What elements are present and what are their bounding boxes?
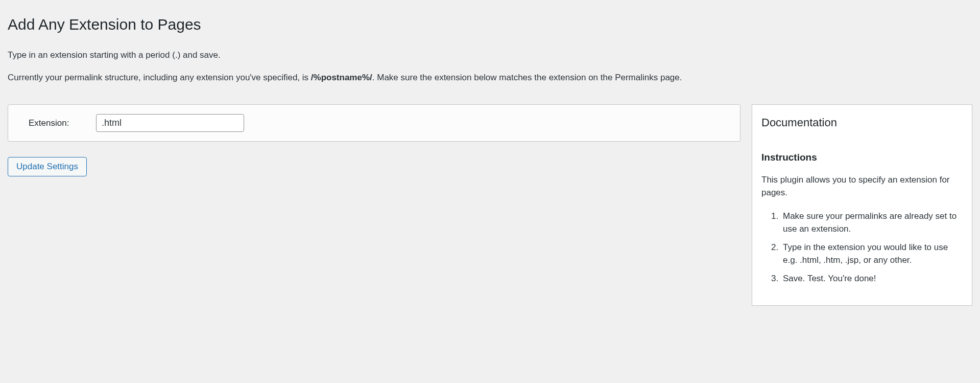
extension-form-box: Extension: bbox=[8, 104, 740, 142]
intro-block: Type in an extension starting with a per… bbox=[8, 49, 972, 84]
instruction-step: Type in the extension you would like to … bbox=[781, 241, 963, 267]
extension-label: Extension: bbox=[19, 117, 76, 130]
intro-line-1: Type in an extension starting with a per… bbox=[8, 49, 972, 62]
permalink-structure: /%postname%/ bbox=[311, 73, 372, 82]
intro-line-2: Currently your permalink structure, incl… bbox=[8, 71, 972, 84]
documentation-heading: Documentation bbox=[761, 114, 963, 131]
extension-row: Extension: bbox=[19, 114, 729, 132]
update-settings-button[interactable]: Update Settings bbox=[8, 157, 87, 176]
instruction-step: Make sure your permalinks are already se… bbox=[781, 210, 963, 236]
intro-line-2b: . Make sure the extension below matches … bbox=[372, 73, 682, 82]
instructions-heading: Instructions bbox=[761, 150, 963, 165]
main-column: Extension: Update Settings bbox=[8, 104, 740, 176]
instructions-desc: This plugin allows you to specify an ext… bbox=[761, 173, 963, 199]
intro-line-2a: Currently your permalink structure, incl… bbox=[8, 73, 311, 82]
sidebar-column: Documentation Instructions This plugin a… bbox=[752, 104, 972, 306]
page-title: Add Any Extension to Pages bbox=[8, 13, 972, 36]
extension-input[interactable] bbox=[96, 114, 244, 132]
documentation-box: Documentation Instructions This plugin a… bbox=[752, 104, 972, 306]
instructions-list: Make sure your permalinks are already se… bbox=[761, 210, 963, 285]
instruction-step: Save. Test. You're done! bbox=[781, 272, 963, 285]
